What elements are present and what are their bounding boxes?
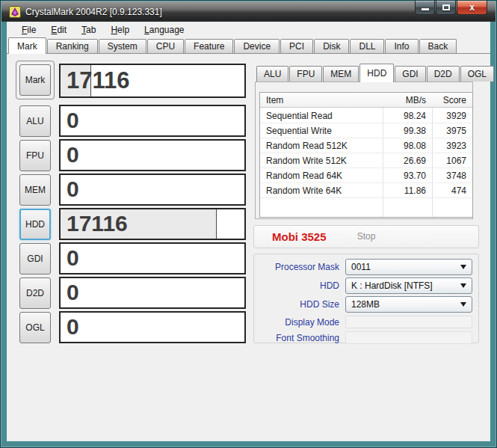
d2d-button[interactable]: D2D bbox=[19, 277, 51, 309]
cell-item: Random Write 512K bbox=[266, 153, 347, 168]
menu-help[interactable]: Help bbox=[103, 23, 137, 37]
cell-item: Random Write 64K bbox=[266, 183, 342, 198]
hdd-value: K : HardDisk [NTFS] bbox=[351, 280, 433, 291]
processor-mask-value: 0011 bbox=[351, 262, 371, 272]
menu-file[interactable]: File bbox=[14, 23, 43, 37]
ogl-button[interactable]: OGL bbox=[19, 312, 51, 343]
cell-score: 3923 bbox=[432, 138, 466, 153]
mem-score-field: 0 bbox=[59, 174, 246, 206]
menu-language[interactable]: Language bbox=[137, 23, 191, 37]
maximize-button[interactable] bbox=[436, 1, 456, 15]
d2d-score-value: 0 bbox=[61, 278, 244, 307]
results-table: Item MB/s Score Sequential Read 98.24 39… bbox=[259, 92, 473, 218]
tab-mark[interactable]: Mark bbox=[8, 37, 46, 54]
device-name-label: Mobi 3525 bbox=[272, 226, 327, 248]
app-window: CrystalMark 2004R2 [0.9.123.331] x File … bbox=[0, 0, 497, 448]
tab-cpu[interactable]: CPU bbox=[147, 39, 184, 53]
tab-dll[interactable]: DLL bbox=[350, 39, 384, 53]
header-score: Score bbox=[432, 93, 466, 108]
tab-device[interactable]: Device bbox=[234, 39, 280, 53]
mark-score-field: 17116 bbox=[59, 64, 246, 98]
font-smoothing-field bbox=[345, 331, 472, 344]
cell-item: Sequential Write bbox=[266, 123, 332, 138]
hdd-size-value: 128MB bbox=[351, 299, 380, 310]
d2d-score-field: 0 bbox=[59, 277, 246, 309]
results-tab-alu[interactable]: ALU bbox=[256, 66, 288, 82]
results-tab-hdd[interactable]: HDD bbox=[359, 64, 394, 82]
processor-mask-select[interactable]: 0011 bbox=[345, 259, 472, 275]
hdd-size-label: HDD Size bbox=[254, 299, 339, 310]
display-mode-label: Display Mode bbox=[254, 317, 339, 328]
minimize-button[interactable] bbox=[415, 1, 435, 15]
window-body: File Edit Tab Help Language Mark Ranking… bbox=[7, 22, 490, 441]
results-tab-ogl[interactable]: OGL bbox=[460, 66, 494, 82]
tab-info[interactable]: Info bbox=[385, 39, 418, 53]
tab-system[interactable]: System bbox=[99, 39, 146, 53]
table-header: Item MB/s Score bbox=[260, 93, 472, 108]
tab-disk[interactable]: Disk bbox=[314, 39, 349, 53]
gdi-score-value: 0 bbox=[61, 244, 244, 272]
gdi-score-field: 0 bbox=[59, 242, 246, 274]
tab-feature[interactable]: Feature bbox=[185, 39, 233, 53]
fpu-score-value: 0 bbox=[61, 141, 244, 169]
cell-item: Random Read 64K bbox=[266, 168, 342, 183]
mark-button-frame: Mark bbox=[16, 61, 55, 99]
cell-item: Random Read 512K bbox=[266, 138, 348, 153]
cell-mbs: 98.08 bbox=[383, 138, 426, 153]
window-controls: x bbox=[415, 1, 487, 15]
table-row: Random Read 512K 98.08 3923 bbox=[260, 138, 472, 153]
menu-bar: File Edit Tab Help Language bbox=[14, 23, 192, 37]
hdd-score-field: 17116 bbox=[59, 208, 246, 240]
hdd-button[interactable]: HDD bbox=[19, 209, 51, 240]
processor-mask-label: Processor Mask bbox=[254, 262, 339, 272]
main-tab-strip: Mark Ranking System CPU Feature Device P… bbox=[8, 37, 457, 54]
hdd-score-value: 17116 bbox=[61, 209, 244, 238]
display-mode-field bbox=[345, 316, 472, 328]
dropdown-arrow-icon bbox=[460, 265, 466, 269]
gdi-button[interactable]: GDI bbox=[19, 243, 51, 274]
cell-mbs: 99.38 bbox=[383, 123, 426, 138]
ogl-score-field: 0 bbox=[59, 311, 246, 343]
cell-score: 3748 bbox=[432, 168, 466, 183]
results-tab-fpu[interactable]: FPU bbox=[289, 66, 322, 82]
minimize-icon bbox=[422, 8, 429, 10]
table-row: Sequential Write 99.38 3975 bbox=[260, 123, 472, 138]
ogl-score-value: 0 bbox=[61, 313, 244, 341]
table-row: Random Write 64K 11.86 474 bbox=[260, 183, 472, 198]
cell-mbs: 26.69 bbox=[383, 153, 426, 168]
tab-ranking[interactable]: Ranking bbox=[47, 39, 98, 53]
menu-tab[interactable]: Tab bbox=[74, 23, 103, 37]
cell-score: 3975 bbox=[432, 123, 466, 138]
run-status-box: Mobi 3525 Stop bbox=[253, 225, 479, 248]
mem-score-value: 0 bbox=[61, 175, 244, 203]
mark-button[interactable]: Mark bbox=[19, 64, 51, 96]
close-icon: x bbox=[457, 1, 487, 14]
results-tab-gdi[interactable]: GDI bbox=[395, 66, 425, 82]
cell-mbs: 11.86 bbox=[383, 183, 426, 198]
header-item: Item bbox=[266, 93, 283, 108]
tab-back[interactable]: Back bbox=[419, 39, 457, 53]
cell-score: 1067 bbox=[432, 153, 466, 168]
window-title: CrystalMark 2004R2 [0.9.123.331] bbox=[25, 7, 162, 17]
settings-group: Processor Mask 0011 HDD K : HardDisk [NT… bbox=[253, 254, 479, 343]
table-row: Sequential Read 98.24 3929 bbox=[260, 108, 472, 123]
results-tab-strip: ALU FPU MEM HDD GDI D2D OGL bbox=[256, 64, 495, 82]
cell-item: Sequential Read bbox=[266, 108, 333, 123]
results-tab-mem[interactable]: MEM bbox=[323, 66, 359, 82]
menu-edit[interactable]: Edit bbox=[43, 23, 74, 37]
close-button[interactable]: x bbox=[457, 1, 487, 15]
hdd-label: HDD bbox=[254, 280, 339, 291]
hdd-size-select[interactable]: 128MB bbox=[345, 296, 472, 313]
cell-score: 3929 bbox=[432, 108, 466, 123]
cell-score: 474 bbox=[432, 183, 466, 198]
hdd-select[interactable]: K : HardDisk [NTFS] bbox=[345, 277, 472, 294]
maximize-icon bbox=[442, 4, 450, 10]
tab-pci[interactable]: PCI bbox=[280, 39, 313, 53]
stop-button[interactable]: Stop bbox=[357, 226, 376, 248]
results-tab-d2d[interactable]: D2D bbox=[427, 66, 460, 82]
fpu-score-field: 0 bbox=[59, 139, 246, 171]
mem-button[interactable]: MEM bbox=[19, 174, 51, 206]
mark-score-value: 17116 bbox=[61, 65, 244, 96]
fpu-button[interactable]: FPU bbox=[19, 140, 51, 171]
alu-button[interactable]: ALU bbox=[19, 105, 51, 137]
